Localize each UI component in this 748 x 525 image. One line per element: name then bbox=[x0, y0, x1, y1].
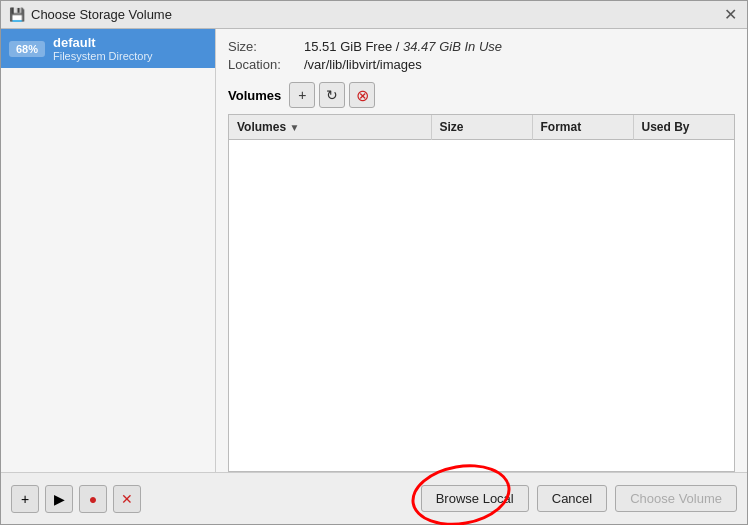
size-in-use: 34.47 GiB In Use bbox=[403, 39, 502, 54]
sort-arrow-icon: ▼ bbox=[289, 122, 299, 133]
main-content: 68% default Filesystem Directory Size: 1… bbox=[1, 29, 747, 472]
main-window: 💾 Choose Storage Volume ✕ 68% default Fi… bbox=[0, 0, 748, 525]
col-volumes[interactable]: Volumes ▼ bbox=[229, 115, 431, 140]
browse-local-button[interactable]: Browse Local bbox=[421, 485, 529, 512]
col-size-label: Size bbox=[440, 120, 464, 134]
storage-item-type: Filesystem Directory bbox=[53, 50, 153, 62]
bottom-right-buttons: Browse Local Cancel Choose Volume bbox=[421, 485, 737, 512]
location-value: /var/lib/libvirt/images bbox=[304, 57, 422, 72]
col-size[interactable]: Size bbox=[431, 115, 532, 140]
size-free: 15.51 GiB Free / bbox=[304, 39, 403, 54]
location-label: Location: bbox=[228, 57, 298, 72]
choose-volume-button[interactable]: Choose Volume bbox=[615, 485, 737, 512]
pool-info-section: Size: 15.51 GiB Free / 34.47 GiB In Use … bbox=[228, 39, 735, 72]
titlebar: 💾 Choose Storage Volume ✕ bbox=[1, 1, 747, 29]
window-close-button[interactable]: ✕ bbox=[722, 7, 739, 23]
titlebar-left: 💾 Choose Storage Volume bbox=[9, 7, 172, 23]
size-value: 15.51 GiB Free / 34.47 GiB In Use bbox=[304, 39, 502, 54]
storage-item-name: default bbox=[53, 35, 153, 50]
col-used-by[interactable]: Used By bbox=[633, 115, 734, 140]
table-header-row: Volumes ▼ Size Format Used By bbox=[229, 115, 734, 140]
stop-pool-bottom-button[interactable]: ● bbox=[79, 485, 107, 513]
add-volume-button[interactable]: + bbox=[289, 82, 315, 108]
col-used-by-label: Used By bbox=[642, 120, 690, 134]
window-icon: 💾 bbox=[9, 7, 25, 23]
volumes-table: Volumes ▼ Size Format Used By bbox=[229, 115, 734, 140]
usage-badge: 68% bbox=[9, 41, 45, 57]
add-pool-button[interactable]: + bbox=[11, 485, 39, 513]
bottom-bar: + ▶ ● ✕ Browse Local Cancel Choose Volum… bbox=[1, 472, 747, 524]
location-row: Location: /var/lib/libvirt/images bbox=[228, 57, 735, 72]
refresh-button[interactable]: ↻ bbox=[319, 82, 345, 108]
delete-pool-button[interactable]: ✕ bbox=[113, 485, 141, 513]
browse-local-label: Browse Local bbox=[436, 491, 514, 506]
play-pool-button[interactable]: ▶ bbox=[45, 485, 73, 513]
size-label: Size: bbox=[228, 39, 298, 54]
volumes-table-container: Volumes ▼ Size Format Used By bbox=[228, 114, 735, 472]
col-format[interactable]: Format bbox=[532, 115, 633, 140]
col-volumes-label: Volumes bbox=[237, 120, 286, 134]
choose-volume-label: Choose Volume bbox=[630, 491, 722, 506]
volumes-toolbar: Volumes + ↻ ⊗ bbox=[228, 82, 735, 108]
storage-pool-list: 68% default Filesystem Directory bbox=[1, 29, 216, 472]
cancel-label: Cancel bbox=[552, 491, 592, 506]
storage-pool-item-default[interactable]: 68% default Filesystem Directory bbox=[1, 29, 215, 68]
size-row: Size: 15.51 GiB Free / 34.47 GiB In Use bbox=[228, 39, 735, 54]
cancel-button[interactable]: Cancel bbox=[537, 485, 607, 512]
right-panel: Size: 15.51 GiB Free / 34.47 GiB In Use … bbox=[216, 29, 747, 472]
bottom-left-buttons: + ▶ ● ✕ bbox=[11, 485, 141, 513]
col-format-label: Format bbox=[541, 120, 582, 134]
storage-item-info: default Filesystem Directory bbox=[53, 35, 153, 62]
window-title: Choose Storage Volume bbox=[31, 7, 172, 22]
stop-pool-button[interactable]: ⊗ bbox=[349, 82, 375, 108]
volumes-label: Volumes bbox=[228, 88, 281, 103]
